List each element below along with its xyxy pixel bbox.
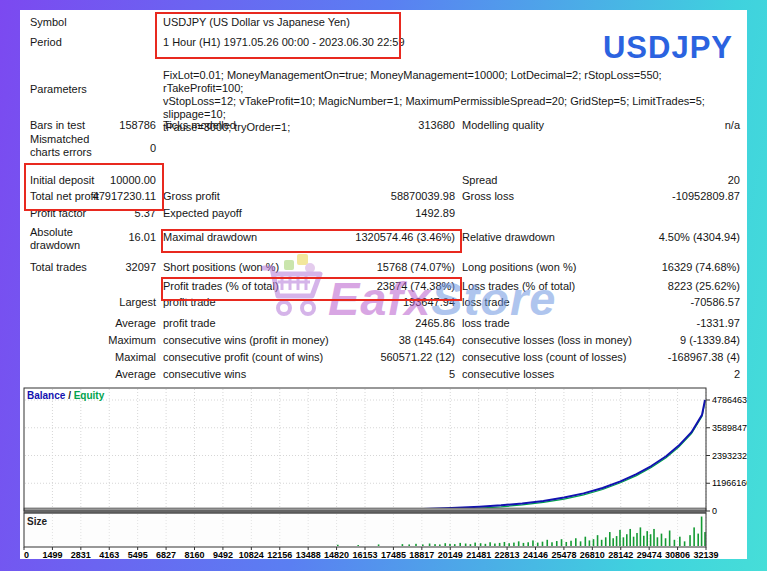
x-axis-label: 13488	[296, 550, 321, 559]
stat-value: -10952809.87	[672, 190, 740, 202]
stat-label: loss trade	[462, 296, 510, 308]
row-average-consecutive: Average consecutive wins5 consecutive lo…	[30, 368, 740, 382]
x-axis-label: 29474	[637, 550, 662, 559]
row-largest-trade: Largest profit trade193647.94 loss trade…	[30, 296, 740, 310]
x-axis-label: 26810	[580, 550, 605, 559]
stat-label: Average	[30, 317, 156, 329]
x-axis-label: 30806	[665, 550, 690, 559]
stat-value: 313680	[418, 119, 455, 131]
row-total-net-profit: Total net profit 47917230.11 Gross profi…	[30, 190, 740, 204]
row-average-trade: Average profit trade2465.86 loss trade-1…	[30, 317, 740, 331]
stat-label: consecutive losses	[462, 368, 554, 380]
stat-label: loss trade	[462, 317, 510, 329]
x-axis-label: 10824	[239, 550, 264, 559]
x-axis-label: 8160	[184, 550, 204, 559]
x-axis-label: 5495	[128, 550, 148, 559]
report-panel: USDJPY Symbol USDJPY (US Dollar vs Japan…	[20, 10, 747, 559]
equity-chart: 4786463935898479239323201196616000149928…	[20, 384, 747, 559]
stat-label: Expected payoff	[163, 207, 242, 219]
stat-value: 5.37	[30, 207, 156, 219]
parameters-line: FixLot=0.01; MoneyManagementOn=true; Mon…	[163, 69, 738, 95]
row-profit-factor: Profit factor 5.37 Expected payoff1492.8…	[30, 207, 740, 221]
x-axis-label: 9492	[213, 550, 233, 559]
stat-value: 158786	[30, 119, 156, 131]
stat-label: consecutive losses (loss in money)	[462, 334, 632, 346]
x-axis-label: 18817	[409, 550, 434, 559]
stat-label: Maximal	[30, 351, 156, 363]
stat-label: Long positions (won %)	[462, 261, 576, 273]
stat-value: 16329 (74.68%)	[662, 261, 740, 273]
stat-value: 193647.94	[403, 296, 455, 308]
x-axis-label: 21481	[466, 550, 491, 559]
y-axis-label: 23932320	[712, 451, 747, 461]
stat-value: 20	[728, 174, 740, 186]
y-axis-label: 11966160	[712, 478, 747, 488]
parameters-line: vStopLoss=12; vTakeProfit=10; MagicNumbe…	[163, 95, 738, 121]
row-maximum-consecutive: Maximum consecutive wins (profit in mone…	[30, 334, 740, 348]
stat-value: 38 (145.64)	[399, 334, 455, 346]
stat-value: 1320574.46 (3.46%)	[355, 231, 455, 243]
gradient-frame: USDJPY Symbol USDJPY (US Dollar vs Japan…	[0, 0, 767, 571]
x-axis-label: 24146	[523, 550, 548, 559]
stat-label: Loss trades (% of total)	[462, 280, 575, 292]
stat-label: profit trade	[163, 317, 216, 329]
row-initial-deposit: Initial deposit 10000.00 Spread20	[30, 174, 740, 188]
y-axis-label: 47864639	[712, 395, 747, 405]
x-axis-label: 14820	[324, 550, 349, 559]
x-axis-label: 28142	[608, 550, 633, 559]
row-total-trades: Total trades 32097 Short positions (won …	[30, 261, 740, 275]
x-axis-label: 16153	[352, 550, 377, 559]
stat-label: consecutive wins (profit in money)	[163, 334, 329, 346]
stat-value: 2	[734, 368, 740, 380]
x-axis-label: 12156	[267, 550, 292, 559]
mismatched-value: 0	[30, 142, 156, 155]
stat-label: consecutive loss (count of losses)	[462, 351, 626, 363]
x-axis-label: 0	[24, 550, 29, 559]
stat-label: Modelling quality	[462, 119, 544, 131]
row-drawdown: 16.01 Maximal drawdown1320574.46 (3.46%)…	[30, 231, 740, 245]
stat-label: Ticks modelled	[163, 119, 236, 131]
row-symbol: Symbol USDJPY (US Dollar vs Japanese Yen…	[30, 16, 740, 30]
row-profit-trades: Profit trades (% of total)23874 (74.38%)…	[30, 280, 740, 294]
stat-value: 4.50% (4304.94)	[659, 231, 740, 243]
stat-value: 1 Hour (H1) 1971.05.26 00:00 - 2023.06.3…	[163, 36, 455, 48]
stat-value: 47917230.11	[30, 190, 156, 202]
stat-value: 58870039.98	[391, 190, 455, 202]
row-maximal-consecutive: Maximal consecutive profit (count of win…	[30, 351, 740, 365]
x-axis-label: 20149	[438, 550, 463, 559]
parameters-label: Parameters	[30, 83, 87, 96]
stat-value: 16.01	[30, 231, 156, 243]
stat-value: 2465.86	[415, 317, 455, 329]
stat-label: Gross loss	[462, 190, 514, 202]
stat-value: -168967.38 (4)	[668, 351, 740, 363]
stat-value: n/a	[725, 119, 740, 131]
page-title: USDJPY	[478, 30, 733, 66]
y-axis-label: 0	[712, 506, 717, 516]
stat-value: 8223 (25.62%)	[668, 280, 740, 292]
x-axis-label: 2831	[71, 550, 91, 559]
stat-value: -70586.57	[690, 296, 740, 308]
stat-value: 10000.00	[30, 174, 156, 186]
stat-label: consecutive profit (count of wins)	[163, 351, 323, 363]
y-axis-label: 35898479	[712, 423, 747, 433]
row-bars-in-test: Bars in test 158786 Ticks modelled313680…	[30, 119, 740, 133]
stat-label: Average	[30, 368, 156, 380]
stat-value: 9 (-1339.84)	[680, 334, 740, 346]
x-axis-label: 6827	[156, 550, 176, 559]
x-axis-label: 1499	[42, 550, 62, 559]
stat-label: Maximum	[30, 334, 156, 346]
stat-label: Short positions (won %)	[163, 261, 279, 273]
stat-value: 32097	[30, 261, 156, 273]
stat-label: Gross profit	[163, 190, 220, 202]
x-axis-label: 17485	[381, 550, 406, 559]
stat-label: Profit trades (% of total)	[163, 280, 279, 292]
stat-label: Largest	[30, 296, 156, 308]
chart-legend: Balance / Equity	[27, 390, 105, 401]
x-axis-label: 32139	[693, 550, 718, 559]
stat-value: 1492.89	[415, 207, 455, 219]
stat-label: Spread	[462, 174, 497, 186]
stat-label: Period	[30, 36, 62, 48]
x-axis-label: 4163	[99, 550, 119, 559]
stat-label: Symbol	[30, 16, 67, 28]
stat-value: 15768 (74.07%)	[377, 261, 455, 273]
